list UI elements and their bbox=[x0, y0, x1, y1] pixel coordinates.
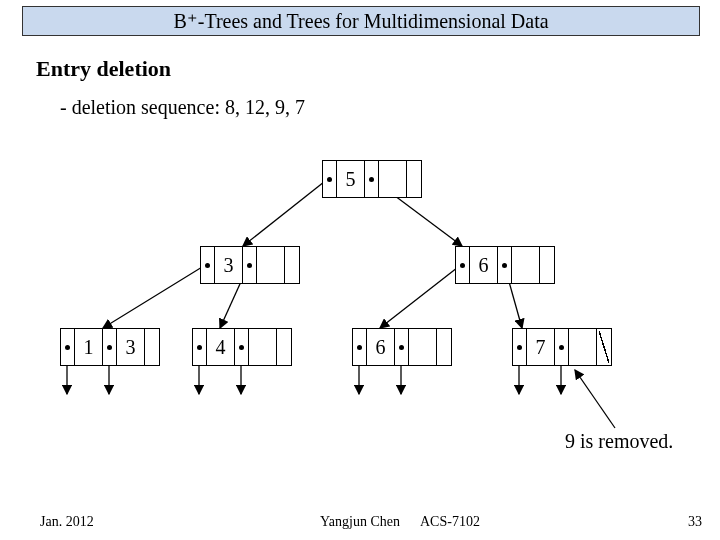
key-cell: 3 bbox=[215, 247, 243, 283]
section-heading: Entry deletion bbox=[36, 56, 171, 82]
svg-line-0 bbox=[243, 178, 329, 246]
key-cell-empty bbox=[409, 329, 437, 365]
pointer-dot bbox=[456, 247, 470, 283]
pointer-dot bbox=[395, 329, 409, 365]
pointer-null bbox=[597, 329, 611, 365]
svg-line-4 bbox=[380, 264, 462, 328]
pointer-dot bbox=[235, 329, 249, 365]
key-cell-empty bbox=[569, 329, 597, 365]
key-cell: 1 bbox=[75, 329, 103, 365]
key-cell: 4 bbox=[207, 329, 235, 365]
key-cell-empty bbox=[512, 247, 540, 283]
pointer-dot bbox=[513, 329, 527, 365]
key-cell-empty bbox=[257, 247, 285, 283]
pointer-empty bbox=[277, 329, 291, 365]
node-internal-right: 6 bbox=[455, 246, 555, 284]
footer-course-code: ACS-7102 bbox=[420, 514, 480, 530]
annotation-text: 9 is removed. bbox=[565, 430, 673, 453]
slide-title-bar: B⁺-Trees and Trees for Multidimensional … bbox=[22, 6, 700, 36]
node-internal-left: 3 bbox=[200, 246, 300, 284]
pointer-dot bbox=[498, 247, 512, 283]
pointer-empty bbox=[540, 247, 554, 283]
pointer-dot bbox=[323, 161, 337, 197]
pointer-empty bbox=[407, 161, 421, 197]
key-cell: 5 bbox=[337, 161, 365, 197]
pointer-empty bbox=[145, 329, 159, 365]
pointer-dot bbox=[365, 161, 379, 197]
pointer-dot bbox=[61, 329, 75, 365]
node-leaf-1: 4 bbox=[192, 328, 292, 366]
pointer-dot bbox=[555, 329, 569, 365]
key-cell: 6 bbox=[367, 329, 395, 365]
pointer-dot bbox=[353, 329, 367, 365]
key-cell-empty bbox=[249, 329, 277, 365]
slide-title: B⁺-Trees and Trees for Multidimensional … bbox=[173, 10, 548, 32]
key-cell-empty bbox=[379, 161, 407, 197]
node-leaf-0: 1 3 bbox=[60, 328, 160, 366]
node-root: 5 bbox=[322, 160, 422, 198]
footer-author: Yangjun Chen bbox=[0, 514, 720, 530]
node-leaf-3: 7 bbox=[512, 328, 612, 366]
node-leaf-2: 6 bbox=[352, 328, 452, 366]
pointer-dot bbox=[193, 329, 207, 365]
pointer-dot bbox=[201, 247, 215, 283]
svg-line-2 bbox=[103, 264, 207, 328]
pointer-dot bbox=[103, 329, 117, 365]
key-cell: 3 bbox=[117, 329, 145, 365]
deletion-sequence-text: - deletion sequence: 8, 12, 9, 7 bbox=[60, 96, 305, 119]
svg-line-14 bbox=[575, 370, 615, 428]
key-cell: 6 bbox=[470, 247, 498, 283]
pointer-empty bbox=[285, 247, 299, 283]
pointer-empty bbox=[437, 329, 451, 365]
key-cell: 7 bbox=[527, 329, 555, 365]
pointer-dot bbox=[243, 247, 257, 283]
footer-page-number: 33 bbox=[688, 514, 702, 530]
